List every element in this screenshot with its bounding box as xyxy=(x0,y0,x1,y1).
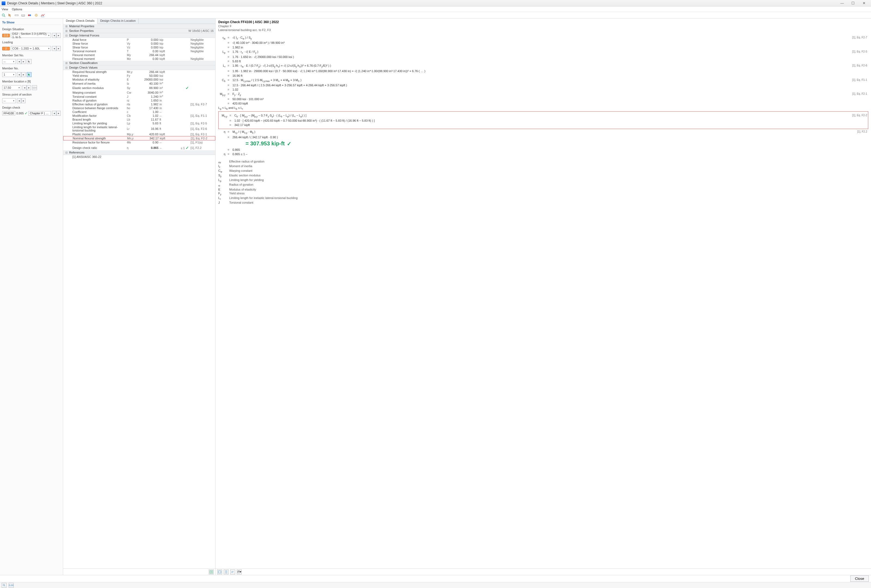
dc-next-button[interactable]: ▸ xyxy=(56,111,61,116)
tab-location[interactable]: Design Checks in Location xyxy=(97,18,139,24)
close-window-button[interactable]: ✕ xyxy=(859,0,870,6)
tree-row[interactable]: Warping constantCw3040.00in⁶ xyxy=(63,90,215,94)
section-header[interactable]: ⊟Design Internal Forces xyxy=(63,33,215,38)
tree-row[interactable]: Radius of gyrationrz1.650in xyxy=(63,99,215,102)
svg-point-0 xyxy=(2,14,4,16)
section-header[interactable]: ⊞Section Classification xyxy=(63,61,215,65)
tb-search-icon[interactable] xyxy=(1,13,6,18)
rp-tb2-icon[interactable] xyxy=(224,570,229,575)
stresspt-combo[interactable]: --▾ xyxy=(2,98,16,103)
maximize-button[interactable]: ☐ xyxy=(848,0,859,6)
tree-row[interactable]: Moment of inertiaIz40.100in⁴ xyxy=(63,81,215,85)
memberloc-combo[interactable]: 17.50▾ xyxy=(2,85,21,90)
ml-next-button[interactable]: ▸ xyxy=(27,85,31,90)
tab-details[interactable]: Design Check Details xyxy=(63,18,97,24)
ms-next-button[interactable]: ▸ xyxy=(21,59,25,64)
rp-tb1-icon[interactable] xyxy=(217,570,222,575)
ms-pick-icon[interactable] xyxy=(27,59,31,64)
ml-prev-button[interactable]: ◂ xyxy=(22,85,27,90)
member-combo[interactable]: 1▾ xyxy=(2,72,16,77)
tree-row[interactable]: Design check ratioη0.865--≤ 1 ✓[1], F2.2 xyxy=(63,145,215,150)
tree-row[interactable]: Flexural momentMz0.00kipftNegligible xyxy=(63,57,215,61)
rp-print-icon[interactable]: ▾ xyxy=(237,570,242,575)
menu-view[interactable]: View xyxy=(1,7,8,11)
load-prev-button[interactable]: ◂ xyxy=(52,46,56,51)
tree-row[interactable]: Required flexural strengthMr,y266.44kipf… xyxy=(63,70,215,74)
rp-chapter: Chapter F xyxy=(218,24,868,28)
tb-colors-icon[interactable] xyxy=(27,13,32,18)
tb-cursor-icon[interactable] xyxy=(7,13,12,18)
tree-row[interactable]: Limiting length for yieldingLp5.83ft[1],… xyxy=(63,121,215,125)
svg-point-6 xyxy=(29,14,31,16)
sb-search-icon[interactable] xyxy=(1,583,6,588)
tree-row[interactable]: Shear forceVy0.000kipNegligible xyxy=(63,42,215,45)
ds-prev-button[interactable]: ◂ xyxy=(52,33,56,38)
section-header[interactable]: ⊟Design Check Values xyxy=(63,65,215,70)
sp-next-button[interactable]: ▸ xyxy=(21,98,25,103)
symbol-row: LrLimiting length for inelastic lateral-… xyxy=(218,196,868,200)
symbol-row: rtsEffective radius of gyration xyxy=(218,160,868,164)
rp-title: Design Check FF4100 | AISC 360 | 2022 xyxy=(218,20,868,24)
tree-row[interactable]: Flexural momentMy266.44kipft xyxy=(63,53,215,57)
section-header[interactable]: ⊟References xyxy=(63,150,215,155)
footer: Close xyxy=(0,575,871,582)
tree-row[interactable]: Limiting length for inelastic lateral-to… xyxy=(63,125,215,132)
tree-row[interactable]: Shear forceVz0.000kipNegligible xyxy=(63,45,215,49)
tb-beam2-icon[interactable] xyxy=(21,13,25,18)
tree: ⊞Material Properties⊞Section PropertiesW… xyxy=(63,24,215,569)
center-export-icon[interactable] xyxy=(209,570,214,575)
dc-id: FF4100 xyxy=(2,111,15,115)
tree-row[interactable]: Modulus of elasticityE29000.000ksi xyxy=(63,78,215,81)
svg-rect-13 xyxy=(238,571,239,572)
design-situation-badge: 2.3 xyxy=(2,34,10,37)
tree-row[interactable]: Torsional constantJ1.240in⁴ xyxy=(63,94,215,99)
tree-row[interactable]: Effective radius of gyrationrts1.982in[1… xyxy=(63,102,215,106)
dc-prev-button[interactable]: ◂ xyxy=(52,111,56,116)
tree-row[interactable]: Yield stressFy50.000ksi xyxy=(63,74,215,78)
tree-row[interactable]: Coefficientc1.00-- xyxy=(63,110,215,114)
tree-row[interactable]: Torsional momentT0.00kipftNegligible xyxy=(63,49,215,53)
svg-rect-12 xyxy=(238,572,240,573)
center-panel: Design Check Details Design Checks in Lo… xyxy=(63,18,216,575)
left-panel: To Show Design Situation 2.3 DS2 - Secti… xyxy=(0,18,63,575)
section-header[interactable]: ⊞Section PropertiesW 18x50 | AISC 16 xyxy=(63,28,215,33)
m-next-button[interactable]: ▸ xyxy=(21,72,25,77)
svg-point-7 xyxy=(35,14,37,16)
tree-row[interactable]: Axial forceP0.000kipNegligible xyxy=(63,38,215,42)
tree-row[interactable]: Elastic section modulusSy88.900in³✓ xyxy=(63,85,215,90)
symbol-row: JTorsional constant xyxy=(218,200,868,205)
tree-row[interactable]: Distance between flange centroidsho17.43… xyxy=(63,106,215,110)
symbol-row: CwWarping constant xyxy=(218,169,868,174)
statusbar: 0,00 xyxy=(0,582,871,588)
section-header[interactable]: ⊞Material Properties xyxy=(63,24,215,28)
m-prev-button[interactable]: ◂ xyxy=(17,72,21,77)
tree-row[interactable]: Plastic momentMp,y420.83kipft[1], Eq. F2… xyxy=(63,132,215,136)
ms-prev-button[interactable]: ◂ xyxy=(17,59,21,64)
m-pick-icon[interactable] xyxy=(27,72,31,77)
tree-row[interactable]: Nominal flexural strengthMn,y342.17kipft… xyxy=(63,136,215,141)
svg-rect-3 xyxy=(21,15,25,16)
rp-tb3-icon[interactable]: x² xyxy=(230,570,235,575)
window-title: Design Check Details | Members | Steel D… xyxy=(7,1,102,5)
ds-next-button[interactable]: ▸ xyxy=(56,33,61,38)
tb-chart-icon[interactable] xyxy=(40,13,45,18)
sp-prev-button[interactable]: ◂ xyxy=(17,98,21,103)
tree-row[interactable]: Resistance factor for flexureΦb0.90--[1]… xyxy=(63,141,215,144)
symbol-row: SyElastic section modulus xyxy=(218,174,868,178)
loading-combo[interactable]: CO6 - 1.20D + 1.60L▾ xyxy=(11,46,51,51)
ml-x-icon[interactable]: x|xs xyxy=(32,85,37,90)
sb-units-icon[interactable]: 0,00 xyxy=(9,583,13,588)
close-button[interactable]: Close xyxy=(850,576,869,582)
tree-row[interactable]: Braced lengthLb11.67ft xyxy=(63,118,215,121)
design-situation-combo[interactable]: DS2 - Section 2.3 (LRFD), 1. to 5.▾ xyxy=(11,33,51,38)
load-next-button[interactable]: ▸ xyxy=(56,46,61,51)
dc-text-combo[interactable]: Chapter F | Lateral-torsio... ▾ xyxy=(28,111,51,116)
tb-beam-icon[interactable] xyxy=(14,13,19,18)
minimize-button[interactable]: ― xyxy=(837,0,848,6)
tree-row[interactable]: [1] ANSI/AISC 360-22 xyxy=(63,155,215,159)
memberset-combo[interactable]: --▾ xyxy=(2,59,16,64)
symbol-legend: rtsEffective radius of gyrationIzMoment … xyxy=(218,160,868,205)
tb-gear-icon[interactable] xyxy=(34,13,39,18)
tree-row[interactable]: Modification factorCb1.02--[1], Eq. F1-1 xyxy=(63,114,215,118)
menu-options[interactable]: Options xyxy=(12,7,22,11)
